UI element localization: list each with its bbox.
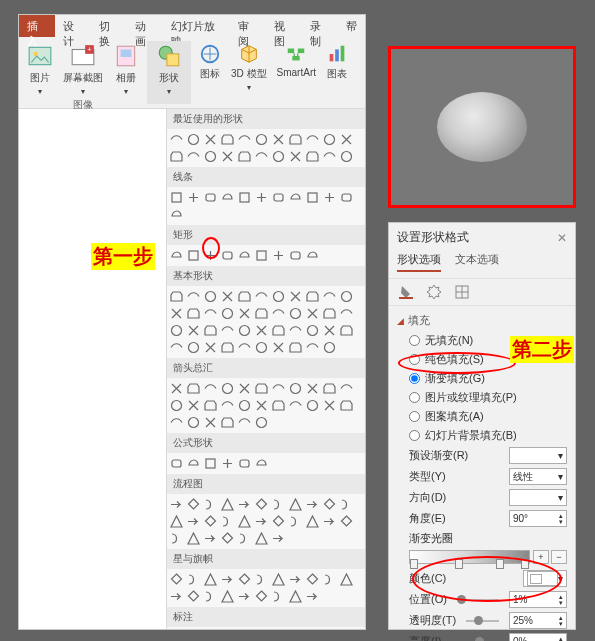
shape-item[interactable] <box>237 289 252 304</box>
shape-item[interactable] <box>254 248 269 263</box>
shape-item[interactable] <box>186 398 201 413</box>
position-slider[interactable] <box>457 599 499 601</box>
shape-item[interactable] <box>271 289 286 304</box>
shape-item[interactable] <box>169 132 184 147</box>
tab-animation[interactable]: 动画 <box>127 15 163 37</box>
shape-item[interactable] <box>237 248 252 263</box>
shape-item[interactable] <box>339 306 354 321</box>
gradient-stop[interactable] <box>521 559 529 569</box>
shape-item[interactable] <box>254 514 269 529</box>
shape-item[interactable] <box>254 497 269 512</box>
radio-picture-fill[interactable]: 图片或纹理填充(P) <box>397 388 567 407</box>
shape-item[interactable] <box>271 340 286 355</box>
shape-item[interactable] <box>237 149 252 164</box>
shape-item[interactable] <box>203 340 218 355</box>
shape-item[interactable] <box>186 415 201 430</box>
tab-shape-options[interactable]: 形状选项 <box>397 252 441 272</box>
shape-item[interactable] <box>271 248 286 263</box>
size-icon[interactable] <box>453 283 471 301</box>
shape-item[interactable] <box>339 572 354 587</box>
color-picker[interactable]: ▾ <box>523 570 567 587</box>
shape-item[interactable] <box>169 589 184 604</box>
shape-item[interactable] <box>220 514 235 529</box>
effects-icon[interactable] <box>425 283 443 301</box>
btn-smartart[interactable]: SmartArt <box>275 41 318 94</box>
shape-item[interactable] <box>169 415 184 430</box>
radio-gradient-fill[interactable]: 渐变填充(G) <box>397 369 567 388</box>
tab-insert[interactable]: 插入 <box>19 15 55 37</box>
shape-item[interactable] <box>237 415 252 430</box>
shape-item[interactable] <box>169 381 184 396</box>
shape-item[interactable] <box>339 323 354 338</box>
transparency-slider[interactable] <box>466 620 499 622</box>
shape-item[interactable] <box>169 531 184 546</box>
shape-item[interactable] <box>169 398 184 413</box>
shape-item[interactable] <box>237 572 252 587</box>
shape-item[interactable] <box>237 514 252 529</box>
shape-item[interactable] <box>271 589 286 604</box>
shape-item[interactable] <box>271 514 286 529</box>
shape-item[interactable] <box>186 497 201 512</box>
shape-item[interactable] <box>220 132 235 147</box>
radio-slide-bg-fill[interactable]: 幻灯片背景填充(B) <box>397 426 567 445</box>
shape-item[interactable] <box>203 323 218 338</box>
shape-item[interactable] <box>169 323 184 338</box>
shape-item[interactable] <box>169 497 184 512</box>
btn-album[interactable]: 相册▾ <box>111 41 141 98</box>
shape-item[interactable] <box>305 589 320 604</box>
shape-item[interactable] <box>305 149 320 164</box>
shape-item[interactable] <box>203 531 218 546</box>
shape-item[interactable] <box>220 149 235 164</box>
shape-item[interactable] <box>169 207 184 222</box>
fill-line-icon[interactable] <box>397 283 415 301</box>
shape-item[interactable] <box>339 514 354 529</box>
shape-item[interactable] <box>305 398 320 413</box>
shape-item[interactable] <box>322 323 337 338</box>
shape-item[interactable] <box>254 381 269 396</box>
shape-item[interactable] <box>169 572 184 587</box>
tab-text-options[interactable]: 文本选项 <box>455 252 499 272</box>
btn-3dmodel[interactable]: 3D 模型▾ <box>229 41 269 94</box>
shape-item[interactable] <box>186 323 201 338</box>
shape-item[interactable] <box>288 381 303 396</box>
position-input[interactable]: 1%▴▾ <box>509 591 567 608</box>
shape-item[interactable] <box>339 497 354 512</box>
shape-item[interactable] <box>254 398 269 413</box>
shape-item[interactable] <box>203 289 218 304</box>
shape-item[interactable] <box>169 190 184 205</box>
shape-item[interactable] <box>288 248 303 263</box>
remove-stop-btn[interactable]: − <box>551 550 567 564</box>
shape-item[interactable] <box>305 289 320 304</box>
shape-item[interactable] <box>237 497 252 512</box>
shape-item[interactable] <box>288 190 303 205</box>
shape-item[interactable] <box>271 132 286 147</box>
shape-item[interactable] <box>271 190 286 205</box>
shape-item[interactable] <box>254 340 269 355</box>
shape-item[interactable] <box>186 306 201 321</box>
shape-item[interactable] <box>237 456 252 471</box>
shape-item[interactable] <box>339 381 354 396</box>
shape-item[interactable] <box>186 149 201 164</box>
preset-select[interactable]: ▾ <box>509 447 567 464</box>
shape-item[interactable] <box>288 572 303 587</box>
shape-item[interactable] <box>254 589 269 604</box>
shape-item[interactable] <box>220 381 235 396</box>
shape-item[interactable] <box>254 456 269 471</box>
btn-shapes[interactable]: 形状▾ <box>154 41 184 98</box>
transparency-input[interactable]: 25%▴▾ <box>509 612 567 629</box>
shape-item[interactable] <box>305 572 320 587</box>
shape-item[interactable] <box>186 248 201 263</box>
shape-item[interactable] <box>305 323 320 338</box>
shape-item[interactable] <box>288 149 303 164</box>
shape-item[interactable] <box>186 572 201 587</box>
shapes-gallery[interactable]: 最近使用的形状线条矩形基本形状箭头总汇公式形状流程图星与旗帜标注动作按钮 <box>167 109 365 629</box>
shape-item[interactable] <box>288 306 303 321</box>
btn-picture[interactable]: 图片▾ <box>25 41 55 98</box>
shape-item[interactable] <box>220 340 235 355</box>
gradient-bar[interactable] <box>409 550 530 564</box>
shape-item[interactable] <box>237 340 252 355</box>
shape-item[interactable] <box>271 323 286 338</box>
shape-item[interactable] <box>237 323 252 338</box>
gradient-stop[interactable] <box>496 559 504 569</box>
brightness-input[interactable]: 0%▴▾ <box>509 633 567 641</box>
